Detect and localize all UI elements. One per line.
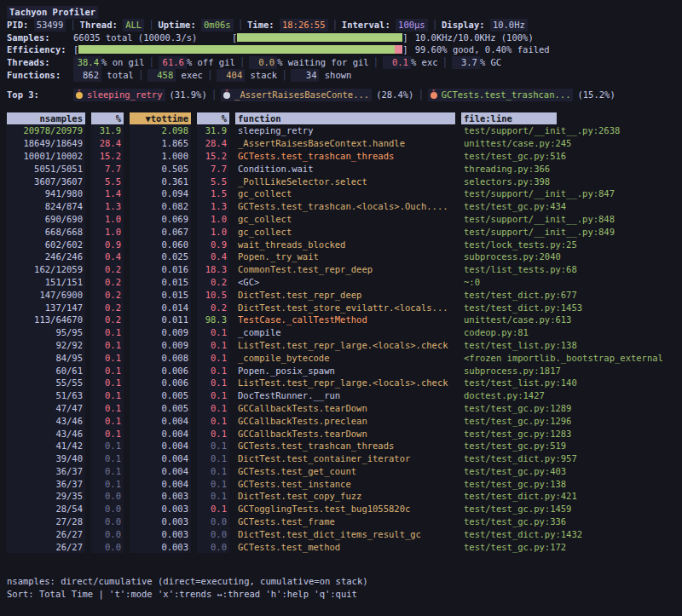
cell-tottime: 0.004 <box>130 452 191 465</box>
cell-cumulative-pct: 1.0 <box>197 213 229 226</box>
cell-function: ListTest.test_repr_large.<locals>.check <box>235 377 455 389</box>
cell-cumulative-pct: 5.5 <box>197 176 229 188</box>
cell-function: TestCase._callTestMethod <box>235 314 455 326</box>
function-stat-text: exec <box>176 70 203 80</box>
cell-fileline: test/support/__init__.py:2638 <box>461 124 675 137</box>
table-row: 55/550.10.0060.1ListTest.test_repr_large… <box>7 377 675 389</box>
status-value: ALL <box>123 19 144 32</box>
column-header-direct-pct[interactable]: % <box>91 112 124 125</box>
thread-stat-value: 61.6 <box>159 56 187 69</box>
top3-entry: sleeping_retry(31.9%)│ <box>73 89 221 100</box>
cell-nsamples: 668/668 <box>7 226 85 239</box>
table-row: 95/950.10.0090.1_compilecodeop.py:81 <box>7 326 675 339</box>
function-stat-text: shown <box>319 70 351 80</box>
cell-fileline: test/support/__init__.py:849 <box>461 226 675 239</box>
table-row: 39/400.10.0040.1DictTest.test_container_… <box>7 452 675 465</box>
cell-fileline: test/test_gc.py:516 <box>461 150 675 163</box>
medal-icon <box>223 92 230 99</box>
cell-nsamples: 27/28 <box>7 515 85 528</box>
table-row: 10001/1000215.21.00015.2GCTests.test_tra… <box>7 150 675 163</box>
cell-function: GCCallbackTests.tearDown <box>235 428 455 440</box>
cell-fileline: doctest.py:1427 <box>461 389 675 402</box>
thread-stat-value: 0.0 <box>249 56 277 69</box>
column-header-tottime-sorted[interactable]: ▼tottime <box>130 112 191 125</box>
top3-line: Top 3:sleeping_retry(31.9%)│_AssertRaise… <box>7 89 675 101</box>
cell-function: sleeping_retry <box>235 124 455 137</box>
table-header: nsamples % ▼tottime % function file:line <box>7 112 675 125</box>
function-stat: 34 shown│ <box>291 70 351 80</box>
cell-nsamples: 92/92 <box>7 339 85 352</box>
cell-direct-pct: 0.1 <box>91 452 124 465</box>
top3-entries: sleeping_retry(31.9%)│_AssertRaisesBaseC… <box>73 89 616 100</box>
cell-cumulative-pct: 7.7 <box>197 163 229 176</box>
efficiency-failed-segment <box>395 45 402 54</box>
cell-direct-pct: 0.1 <box>91 478 124 491</box>
cell-cumulative-pct: 0.1 <box>197 389 229 402</box>
table-row: 113/646700.20.01198.3TestCase._callTestM… <box>7 314 675 326</box>
status-value: 100µs <box>396 19 428 32</box>
separator: │ <box>432 20 437 30</box>
table-row: 690/6901.00.0691.0gc_collecttest/support… <box>7 213 675 226</box>
cell-direct-pct: 0.0 <box>91 490 124 503</box>
cell-nsamples: 43/46 <box>7 415 85 428</box>
status-segment: Display: 10.0Hz│ <box>442 20 528 30</box>
table-row: 43/460.10.0040.1GCCallbackTests.preclean… <box>7 415 675 428</box>
cell-nsamples: 137/147 <box>7 302 85 314</box>
cell-function: ListTest.test_repr_large.<locals>.check <box>235 339 455 352</box>
cell-direct-pct: 0.1 <box>91 402 124 415</box>
column-header-nsamples[interactable]: nsamples <box>7 112 85 125</box>
cell-direct-pct: 31.9 <box>91 124 124 137</box>
cell-cumulative-pct: 0.1 <box>197 428 229 440</box>
cell-cumulative-pct: 1.0 <box>197 226 229 239</box>
cell-nsamples: 29/35 <box>7 490 85 503</box>
cell-function: DictTest.test_repr_deep <box>235 289 455 302</box>
cell-tottime: 1.000 <box>130 150 191 163</box>
cell-nsamples: 10001/10002 <box>7 150 85 163</box>
top3-percent: (15.2%) <box>577 89 615 100</box>
column-header-cumulative-pct[interactable]: % <box>197 112 229 125</box>
medal-icon <box>431 92 437 99</box>
function-stat: 862 total│ <box>73 70 147 80</box>
thread-stat-text: % on gil <box>101 57 145 67</box>
cell-tottime: 0.025 <box>130 250 191 263</box>
cell-tottime: 0.004 <box>130 428 191 440</box>
cell-nsamples: 20978/20979 <box>7 124 85 137</box>
cell-function: wait_threads_blocked <box>235 239 455 251</box>
cell-function: GCTests.test_trashcan_threads <box>235 150 455 163</box>
table-row: 41/420.10.0040.1GCTests.test_trashcan_th… <box>7 440 675 452</box>
table-row: 941/9801.40.0941.5gc_collecttest/support… <box>7 187 675 200</box>
cell-tottime: 0.069 <box>130 213 191 226</box>
cell-function: Popen._try_wait <box>235 250 455 263</box>
cell-cumulative-pct: 0.1 <box>197 326 229 339</box>
functions-stats: 862 total│458 exec│404 stack│34 shown│ <box>73 70 351 80</box>
efficiency-label: Efficiency: <box>7 43 73 56</box>
cell-fileline: test/test_list.py:138 <box>461 339 675 352</box>
cell-tottime: 0.009 <box>130 339 191 352</box>
status-bar: PID: 53499│Thread: ALL│Uptime: 0m06s│Tim… <box>7 19 675 32</box>
cell-nsamples: 690/690 <box>7 213 85 226</box>
cell-fileline: test/test_dict.py:677 <box>461 289 675 302</box>
cell-direct-pct: 0.0 <box>91 528 124 541</box>
cell-cumulative-pct: 1.5 <box>197 187 229 200</box>
cell-nsamples: 55/55 <box>7 377 85 389</box>
top3-entry: GCTests.test_trashcan...(15.2%)│ <box>428 89 616 100</box>
cell-nsamples: 5051/5051 <box>7 163 85 176</box>
column-header-function[interactable]: function <box>235 112 455 125</box>
cell-fileline: test/test_gc.py:1296 <box>461 415 675 428</box>
cell-cumulative-pct: 0.9 <box>197 239 229 251</box>
cell-function: _AssertRaisesBaseContext.handle <box>235 137 455 150</box>
cell-tottime: 0.015 <box>130 276 191 289</box>
efficiency-progress-bar <box>78 45 402 54</box>
medal-icon <box>76 92 83 99</box>
separator: │ <box>70 20 75 30</box>
cell-cumulative-pct: 28.4 <box>197 137 229 150</box>
status-value: 0m06s <box>201 19 234 32</box>
status-label: Time: <box>247 19 275 32</box>
cell-fileline: threading.py:366 <box>461 163 675 176</box>
separator: │ <box>332 20 338 30</box>
samples-total: 66035 total (10000.3/s) <box>73 32 232 44</box>
cell-fileline: codeop.py:81 <box>461 326 675 339</box>
top3-percent: (31.9%) <box>170 89 207 100</box>
table-row: 92/920.10.0090.1ListTest.test_repr_large… <box>7 339 675 352</box>
column-header-fileline[interactable]: file:line <box>461 112 557 125</box>
